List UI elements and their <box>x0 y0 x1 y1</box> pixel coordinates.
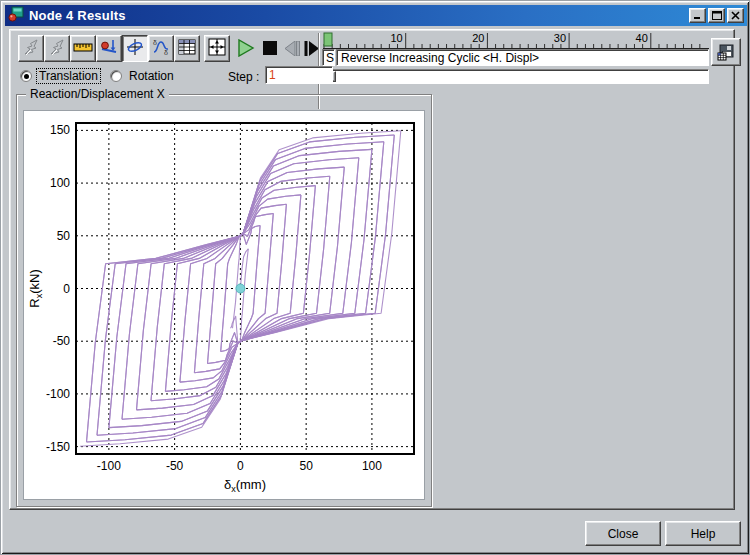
floppy-export-icon <box>717 44 735 61</box>
step-slider-track[interactable] <box>322 69 709 84</box>
svg-text:δ: δ <box>164 49 168 56</box>
step-back-icon <box>284 41 300 56</box>
svg-text:30: 30 <box>554 32 566 44</box>
svg-text:50: 50 <box>299 459 313 473</box>
main-panel: δ δ <box>9 29 735 510</box>
hysteresis-icon <box>126 38 144 60</box>
app-icon <box>8 6 24 26</box>
svg-text:δx(mm): δx(mm) <box>224 477 266 494</box>
svg-text:δ: δ <box>153 39 157 46</box>
deformed-shape-button[interactable]: δ δ <box>148 35 174 62</box>
step-field-wrap <box>265 66 333 84</box>
layout-grid-icon <box>208 38 226 60</box>
svg-text:50: 50 <box>57 229 71 243</box>
close-button-footer[interactable]: Close <box>585 521 661 546</box>
table-icon <box>178 39 196 59</box>
svg-text:0: 0 <box>63 282 70 296</box>
close-button[interactable] <box>727 8 744 23</box>
delta-curve-icon: δ δ <box>152 38 170 60</box>
stop-icon <box>263 41 277 55</box>
window-title: Node 4 Results <box>29 8 687 23</box>
run-jet-2-button[interactable] <box>44 35 70 62</box>
step-input[interactable] <box>269 68 329 82</box>
timeline-ruler[interactable]: 10203040 <box>323 32 709 49</box>
svg-text:-100: -100 <box>46 387 70 401</box>
translation-label: Translation <box>37 69 100 83</box>
stage-prefix-field: S <box>322 49 335 66</box>
jet-icon <box>22 38 40 60</box>
ball-axis-icon <box>100 38 118 60</box>
equilibrium-tool-button[interactable] <box>96 35 122 62</box>
step-back-button[interactable] <box>282 38 302 58</box>
play-icon <box>238 39 255 57</box>
ruler-tool-button[interactable] <box>70 35 96 62</box>
dialog-window: Node 4 Results <box>0 0 750 555</box>
svg-text:Rx(kN): Rx(kN) <box>27 269 44 307</box>
ruler-icon <box>73 39 93 59</box>
svg-text:-150: -150 <box>46 440 70 454</box>
stage-name-field: Reverse Increasing Cyclic <H. Displ> <box>336 49 709 66</box>
svg-text:0: 0 <box>237 459 244 473</box>
radio-selected-dot <box>24 74 29 79</box>
results-table-button[interactable] <box>174 35 200 62</box>
help-button[interactable]: Help <box>665 521 741 546</box>
chart-svg: -100-50050100-150-100-50050100150δx(mm)R… <box>24 111 424 499</box>
play-button[interactable] <box>236 38 256 58</box>
svg-text:-50: -50 <box>53 334 71 348</box>
radio-circle-icon <box>110 70 122 82</box>
export-results-button[interactable] <box>711 38 741 66</box>
svg-text:-50: -50 <box>166 459 184 473</box>
stop-button[interactable] <box>260 38 280 58</box>
step-label: Step : <box>228 70 259 84</box>
title-bar[interactable]: Node 4 Results <box>5 5 747 26</box>
rotation-radio[interactable]: Rotation <box>110 68 176 84</box>
svg-text:100: 100 <box>50 176 70 190</box>
hysteresis-plot-button[interactable] <box>122 35 148 62</box>
stage-prefix-text: S <box>326 51 334 65</box>
radio-circle-icon <box>20 70 32 82</box>
window-layout-button[interactable] <box>204 35 230 62</box>
svg-text:20: 20 <box>472 32 484 44</box>
reaction-displacement-groupbox: Reaction/Displacement X -100-50050100-15… <box>16 94 432 507</box>
jet-icon <box>48 38 66 60</box>
svg-text:150: 150 <box>50 123 70 137</box>
stage-name-text: Reverse Increasing Cyclic <H. Displ> <box>341 51 539 65</box>
maximize-button[interactable] <box>708 8 725 23</box>
run-jet-1-button[interactable] <box>18 35 44 62</box>
svg-text:40: 40 <box>636 32 648 44</box>
minimize-button[interactable] <box>689 8 706 23</box>
svg-text:100: 100 <box>362 459 382 473</box>
hysteresis-chart: -100-50050100-150-100-50050100150δx(mm)R… <box>23 110 425 500</box>
translation-radio[interactable]: Translation <box>20 68 100 84</box>
groupbox-title: Reaction/Displacement X <box>26 87 169 101</box>
timeline-position-marker <box>324 33 332 46</box>
svg-text:-100: -100 <box>97 459 121 473</box>
rotation-label: Rotation <box>127 69 176 83</box>
svg-text:10: 10 <box>390 32 402 44</box>
